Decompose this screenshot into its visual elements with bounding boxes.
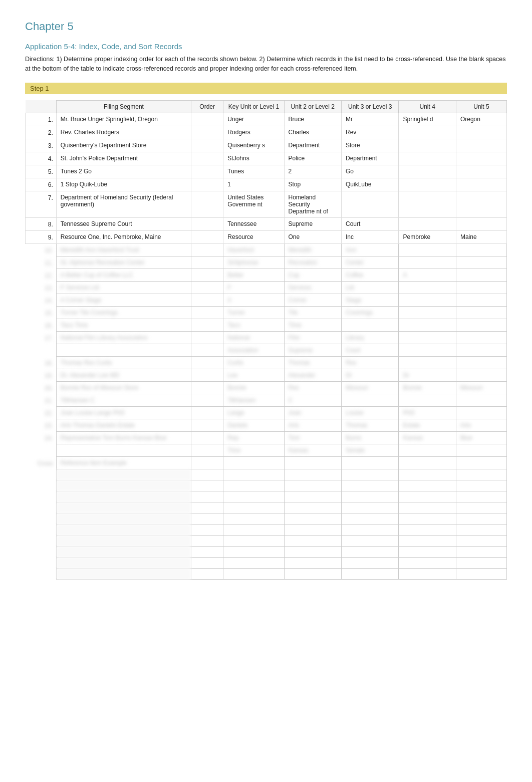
order-blurred [191, 269, 223, 282]
row-number-blurred [26, 444, 57, 457]
order-cell[interactable] [191, 178, 223, 191]
key-unit-blurred: StAlphonse [223, 256, 284, 269]
order-blurred [191, 332, 223, 344]
order-cell[interactable] [191, 217, 223, 230]
filing-segment-blurred: Dr. Alexander Lee MD [56, 369, 191, 382]
filing-segment-cell: St. John's Police Department [56, 152, 191, 165]
unit4-blurred: Estate [399, 419, 456, 432]
table-row-blurred: 19. Dr. Alexander Lee MD Lee Alexander D… [26, 369, 507, 382]
table-row-blurred: 18. Thomas Rex Curtis Curtis Thomas Rex [26, 357, 507, 369]
unit3-cell [341, 191, 398, 217]
key-unit-blurred: Trice [223, 444, 284, 457]
unit4-cell [399, 217, 456, 230]
unit4-cell [399, 126, 456, 139]
order-blurred [191, 256, 223, 269]
empty-row [26, 525, 507, 536]
row-number-blurred: 11. [26, 256, 57, 269]
unit4-cell [399, 152, 456, 165]
row-number-blurred: 19. [26, 369, 57, 382]
key-unit-blurred: National [223, 332, 284, 344]
empty-row [26, 480, 507, 491]
filing-segment-blurred: Thomas Rex Curtis [56, 357, 191, 369]
row-number: 7. [26, 191, 57, 217]
unit3-blurred: Stage [341, 294, 398, 307]
unit2-blurred: Cup [284, 269, 341, 282]
order-cell[interactable] [191, 139, 223, 152]
row-number-blurred: 13. [26, 282, 57, 294]
table-row-blurred: 21. TillHansen C TillHansen C [26, 394, 507, 407]
key-unit-blurred: Taco [223, 319, 284, 332]
unit4-blurred: A [399, 269, 456, 282]
order-blurred [191, 407, 223, 419]
unit2-blurred: Time [284, 319, 341, 332]
order-cell[interactable] [191, 191, 223, 217]
table-row: 8. Tennessee Supreme Court Tennessee Sup… [26, 217, 507, 230]
unit4-cell [399, 191, 456, 217]
filing-segment-blurred [56, 344, 191, 357]
key-unit-cell: Rodgers [223, 126, 284, 139]
filing-segment-blurred: Joan Louise Lange PhD [56, 407, 191, 419]
order-cell[interactable] [191, 152, 223, 165]
col-header-key: Key Unit or Level 1 [223, 100, 284, 113]
unit4-blurred [399, 444, 456, 457]
table-row: 3. Quisenberry's Department Store Quisen… [26, 139, 507, 152]
filing-segment-cell: Rev. Charles Rodgers [56, 126, 191, 139]
table-row-blurred: 15. Turner Tile Coverings Turner Tile Co… [26, 307, 507, 319]
unit2-blurred: Supreme [284, 344, 341, 357]
filing-segment-blurred: Meredith Ann Haverford Trust [56, 243, 191, 256]
unit2-blurred: Meredith [284, 243, 341, 256]
table-row-blurred: 16. Taco Time Taco Time [26, 319, 507, 332]
filing-segment-blurred: Turner Tile Coverings [56, 307, 191, 319]
unit4-blurred [399, 319, 456, 332]
filing-segment-blurred: Representative Tom Burns Kansas Blue [56, 432, 191, 444]
unit5-cell [456, 178, 506, 191]
table-row-blurred: 13. F Services Ltd F Services Ltd [26, 282, 507, 294]
unit5-cell [456, 126, 506, 139]
unit5-cell: Maine [456, 230, 506, 243]
unit5-cell: Oregon [456, 113, 506, 126]
table-row-blurred: Association Supreme Court [26, 344, 507, 357]
unit5-blurred [456, 344, 506, 357]
unit4-blurred [399, 294, 456, 307]
unit2-blurred: Recreation [284, 256, 341, 269]
app-title: Application 5-4: Index, Code, and Sort R… [25, 42, 507, 51]
key-unit-cell: United States Governme nt [223, 191, 284, 217]
table-row: 6. 1 Stop Quik-Lube 1 Stop QuikLube [26, 178, 507, 191]
order-blurred [191, 369, 223, 382]
table-row: 9. Resource One, Inc. Pembroke, Maine Re… [26, 230, 507, 243]
col-header-unit3: Unit 3 or Level 3 [341, 100, 398, 113]
order-blurred [191, 357, 223, 369]
key-unit-blurred: Turner [223, 307, 284, 319]
col-header-unit4: Unit 4 [399, 100, 456, 113]
table-row-blurred: 23. Arlo Thomas Daniels Estate Daniels A… [26, 419, 507, 432]
unit4-blurred [399, 457, 456, 469]
row-number-blurred: 12. [26, 269, 57, 282]
unit3-blurred: Burns [341, 432, 398, 444]
unit3-blurred: Thomas [341, 419, 398, 432]
unit2-blurred [284, 457, 341, 469]
row-number-blurred: 17. [26, 332, 57, 344]
table-row-blurred: 10. Meredith Ann Haverford Trust Haverfo… [26, 243, 507, 256]
unit2-blurred: Arlo [284, 419, 341, 432]
filing-segment-blurred: National Film Library Association [56, 332, 191, 344]
row-number-blurred: 20. [26, 382, 57, 394]
order-cell[interactable] [191, 126, 223, 139]
unit5-blurred [456, 269, 506, 282]
unit2-cell: Department [284, 139, 341, 152]
unit2-blurred: Thomas [284, 357, 341, 369]
key-unit-cell: Unger [223, 113, 284, 126]
col-header-order: Order [191, 100, 223, 113]
order-cell[interactable] [191, 165, 223, 178]
unit4-cell [399, 139, 456, 152]
order-cell[interactable] [191, 230, 223, 243]
order-cell[interactable] [191, 113, 223, 126]
key-unit-cell: Tennessee [223, 217, 284, 230]
row-number: 5. [26, 165, 57, 178]
key-unit-blurred: F [223, 282, 284, 294]
key-unit-cell: Resource [223, 230, 284, 243]
unit3-blurred: Center [341, 256, 398, 269]
table-row-blurred: 14. 4 Corner Stage 4 Corner Stage [26, 294, 507, 307]
table-row-blurred: Trice Kansas Senate [26, 444, 507, 457]
unit4-blurred [399, 243, 456, 256]
empty-row [26, 536, 507, 547]
